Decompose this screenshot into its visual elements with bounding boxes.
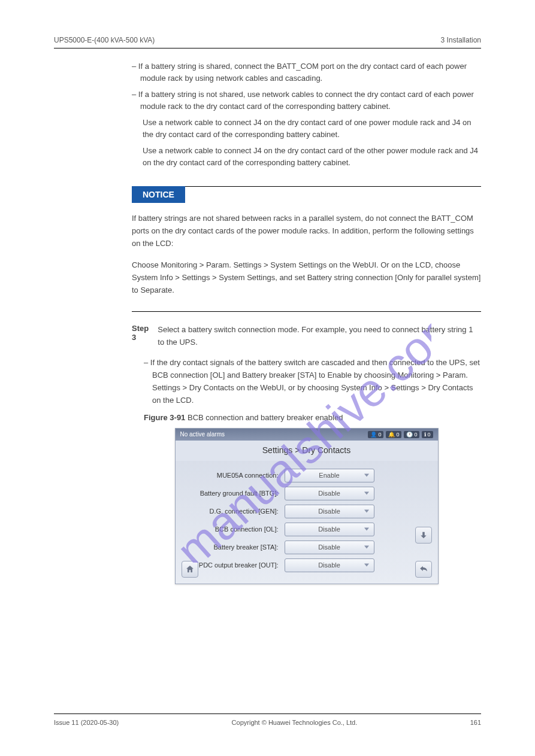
step-3: Step 3 Select a battery switch connectio… (132, 324, 481, 349)
lcd-alarm-counts: 👤0 🔔0 🕐0 ℹ0 (368, 431, 433, 438)
notice-para-0: If battery strings are not shared betwee… (132, 212, 481, 250)
lcd-row-5: PDC output breaker [OUT]: Disable (183, 558, 431, 572)
step-text: Select a battery switch connection mode.… (158, 324, 481, 349)
header-left: UPS5000-E-(400 kVA-500 kVA) (54, 36, 155, 44)
notice-block: NOTICE If battery strings are not shared… (132, 186, 481, 312)
alarm-count-2: 0 (414, 432, 417, 438)
notice-badge: NOTICE (132, 186, 185, 203)
figure-caption: Figure 3-91 BCB connection and battery b… (144, 413, 481, 422)
lcd-row-4: Battery breaker [STA]: Disable (183, 541, 431, 554)
lcd-label-0: MUE05A connection: (183, 472, 285, 479)
lcd-value-0: Enable (319, 472, 339, 479)
header-right: User Manual (400 V) 3 Installation (441, 36, 481, 44)
lcd-select-5[interactable]: Disable (285, 558, 374, 572)
lcd-label-2: D.G. connection [GEN]: (183, 508, 285, 515)
step-sub-0: If the dry contact signals of the batter… (144, 357, 481, 406)
lcd-value-3: Disable (318, 526, 340, 533)
bell-icon: 🔔 (388, 432, 395, 438)
lcd-scroll-down-button[interactable] (415, 527, 432, 544)
lcd-home-button[interactable] (182, 561, 198, 578)
alarm-count-0: 0 (378, 432, 381, 438)
intro-sub-1: Use a network cable to connect J4 on the… (143, 145, 481, 168)
alarm-count-3: 0 (427, 432, 430, 438)
figure-number: Figure 3-91 (144, 413, 185, 422)
lcd-label-1: Battery ground fault [BTG]: (183, 490, 285, 497)
page-footer: Issue 11 (2020-05-30) Copyright © Huawei… (54, 714, 481, 726)
footer-left: Issue 11 (2020-05-30) (54, 719, 119, 726)
lcd-select-4[interactable]: Disable (285, 541, 374, 554)
lcd-label-4: Battery breaker [STA]: (183, 544, 285, 551)
lcd-body: MUE05A connection: Enable Battery ground… (176, 461, 438, 584)
lcd-select-0[interactable]: Enable (285, 469, 374, 482)
step-number: Step 3 (132, 324, 153, 349)
lcd-row-2: D.G. connection [GEN]: Disable (183, 505, 431, 518)
lcd-row-3: BCB connection [OL]: Disable (183, 523, 431, 536)
alarm-icon-minor[interactable]: 🕐0 (404, 431, 419, 438)
arrow-down-icon (419, 531, 428, 539)
lcd-value-2: Disable (318, 508, 340, 515)
alarm-icon-major[interactable]: 🔔0 (386, 431, 401, 438)
lcd-value-4: Disable (318, 544, 340, 551)
lcd-select-2[interactable]: Disable (285, 505, 374, 518)
lcd-value-5: Disable (318, 561, 340, 569)
lcd-row-1: Battery ground fault [BTG]: Disable (183, 487, 431, 500)
lcd-value-1: Disable (318, 490, 340, 497)
lcd-row-0: MUE05A connection: Enable (183, 469, 431, 482)
notice-para-1: Choose Monitoring > Param. Settings > Sy… (132, 259, 481, 296)
lcd-select-3[interactable]: Disable (285, 523, 374, 536)
notice-bottom-rule (132, 311, 481, 312)
footer-center: Copyright © Huawei Technologies Co., Ltd… (232, 719, 358, 726)
alarm-icon-critical[interactable]: 👤0 (368, 431, 383, 438)
lcd-screenshot: No active alarms 👤0 🔔0 🕐0 ℹ0 Settings > … (175, 428, 439, 584)
intro-bullet-0: If a battery string is shared, connect t… (132, 60, 481, 84)
back-arrow-icon (419, 565, 428, 573)
lcd-topbar: No active alarms 👤0 🔔0 🕐0 ℹ0 (176, 429, 438, 441)
lcd-select-1[interactable]: Disable (285, 487, 374, 500)
footer-right: 161 (470, 719, 481, 726)
alarm-icon-warning[interactable]: ℹ0 (422, 431, 433, 438)
alarm-count-1: 0 (396, 432, 399, 438)
header-chapter: 3 Installation (441, 36, 481, 44)
intro-bullet-1: If a battery string is not shared, use n… (132, 89, 481, 112)
clock-icon: 🕐 (406, 432, 413, 438)
person-icon: 👤 (370, 432, 377, 438)
lcd-breadcrumb: Settings > Dry Contacts (176, 441, 438, 461)
lcd-back-button[interactable] (415, 561, 432, 578)
info-icon: ℹ (424, 432, 426, 438)
page-header: UPS5000-E-(400 kVA-500 kVA) User Manual … (54, 36, 481, 44)
figure-title: BCB connection and battery breaker enabl… (188, 413, 343, 422)
home-icon (185, 564, 195, 574)
header-rule (54, 48, 481, 48)
lcd-label-3: BCB connection [OL]: (183, 526, 285, 533)
lcd-alarm-status: No active alarms (180, 431, 225, 438)
intro-sub-0: Use a network cable to connect J4 on the… (143, 117, 481, 140)
